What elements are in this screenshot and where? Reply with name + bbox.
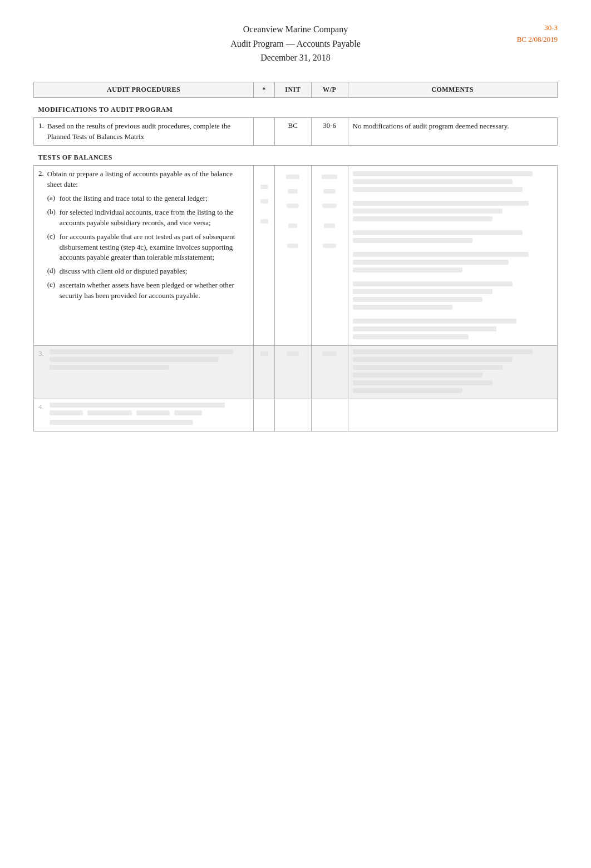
company-name: Oceanview Marine Company xyxy=(95,22,496,37)
table-row: 4. xyxy=(34,399,558,431)
procedure-number-3: 3. xyxy=(38,349,47,358)
subitem-text-a: foot the listing and trace total to the … xyxy=(60,194,208,204)
section-header-tests: TESTS OF BALANCES xyxy=(34,146,558,166)
page-header: Oceanview Marine Company Audit Program —… xyxy=(33,22,558,65)
section-title-tests: TESTS OF BALANCES xyxy=(34,146,558,166)
procedure-text-1: Based on the results of previous audit p… xyxy=(47,121,249,142)
col-header-comments: COMMENTS xyxy=(348,82,557,97)
table-header-row: AUDIT PROCEDURES * INIT W/P COMMENTS xyxy=(34,82,558,97)
section-header-modifications: MODIFICATIONS TO AUDIT PROGRAM xyxy=(34,97,558,117)
star-cell-1 xyxy=(254,117,275,146)
comments-cell-3 xyxy=(348,346,557,399)
subitem-label-d: (d) xyxy=(47,266,60,277)
init-cell-2 xyxy=(274,166,311,346)
ref-number: 30-3 xyxy=(496,22,558,34)
wp-cell-4 xyxy=(311,399,348,431)
star-cell-4 xyxy=(254,399,275,431)
procedure-number-2: 2. xyxy=(38,169,47,178)
procedure-cell-1: 1. Based on the results of previous audi… xyxy=(34,117,254,146)
procedure-number-4: 4. xyxy=(38,403,47,411)
subitem-text-c: for accounts payable that are not tested… xyxy=(60,232,249,264)
init-cell-1: BC xyxy=(274,117,311,146)
subitem-text-e: ascertain whether assets have been pledg… xyxy=(60,280,249,301)
init-cell-4 xyxy=(274,399,311,431)
report-date: December 31, 2018 xyxy=(95,51,496,65)
reference-block: 30-3 BC 2/08/2019 xyxy=(496,22,558,46)
procedure-cell-3: 3. xyxy=(34,346,254,399)
ref-date: BC 2/08/2019 xyxy=(496,34,558,46)
subitem-text-d: discuss with client old or disputed paya… xyxy=(60,266,188,277)
col-header-star: * xyxy=(254,82,275,97)
star-cell-3 xyxy=(254,346,275,399)
col-header-init: INIT xyxy=(274,82,311,97)
subitem-text-b: for selected individual accounts, trace … xyxy=(60,207,249,229)
init-cell-3 xyxy=(274,346,311,399)
comments-cell-1: No modifications of audit program deemed… xyxy=(348,117,557,146)
procedure-cell-4: 4. xyxy=(34,399,254,431)
subitem-e: (e) ascertain whether assets have been p… xyxy=(47,280,249,301)
subitem-b: (b) for selected individual accounts, tr… xyxy=(47,207,249,229)
subitem-c: (c) for accounts payable that are not te… xyxy=(47,232,249,264)
audit-table: AUDIT PROCEDURES * INIT W/P COMMENTS MOD… xyxy=(33,82,558,432)
subitem-d: (d) discuss with client old or disputed … xyxy=(47,266,249,277)
subitem-a: (a) foot the listing and trace total to … xyxy=(47,194,249,204)
table-row: 2. Obtain or prepare a listing of accoun… xyxy=(34,166,558,346)
comments-cell-2 xyxy=(348,166,557,346)
wp-cell-2 xyxy=(311,166,348,346)
table-row: 3. xyxy=(34,346,558,399)
program-name: Audit Program — Accounts Payable xyxy=(95,37,496,51)
subitem-label-a: (a) xyxy=(47,194,60,204)
subitem-label-b: (b) xyxy=(47,207,60,229)
procedure-number-1: 1. xyxy=(38,121,47,130)
table-row: 1. Based on the results of previous audi… xyxy=(34,117,558,146)
procedure-text-2: Obtain or prepare a listing of accounts … xyxy=(47,169,249,190)
col-header-wp: W/P xyxy=(311,82,348,97)
comments-cell-4 xyxy=(348,399,557,431)
section-title-modifications: MODIFICATIONS TO AUDIT PROGRAM xyxy=(34,97,558,117)
procedure-cell-2: 2. Obtain or prepare a listing of accoun… xyxy=(34,166,254,346)
document-title: Oceanview Marine Company Audit Program —… xyxy=(95,22,496,65)
wp-cell-1: 30-6 xyxy=(311,117,348,146)
subitem-label-c: (c) xyxy=(47,232,60,264)
col-header-procedures: AUDIT PROCEDURES xyxy=(34,82,254,97)
subitem-label-e: (e) xyxy=(47,280,60,301)
star-cell-2 xyxy=(254,166,275,346)
wp-cell-3 xyxy=(311,346,348,399)
